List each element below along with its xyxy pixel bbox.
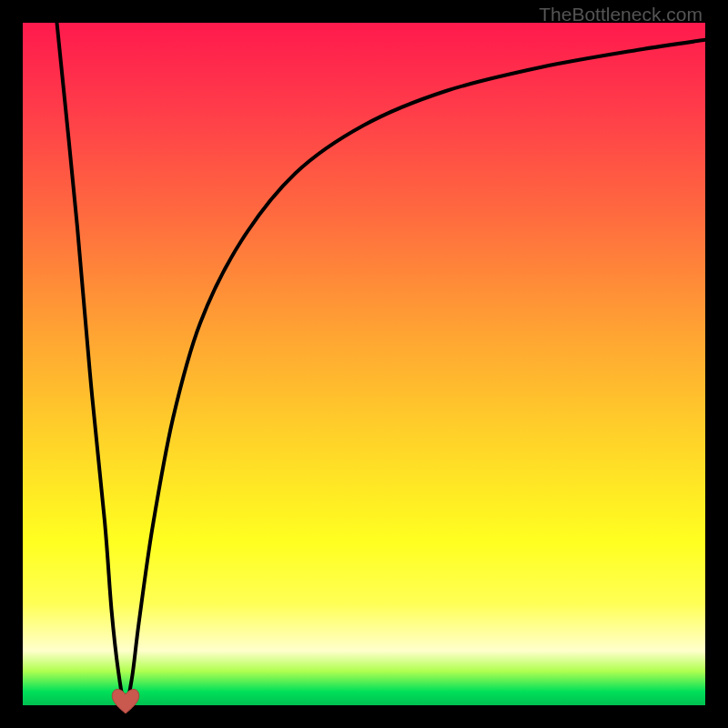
heart-icon	[110, 687, 141, 714]
plot-area	[23, 23, 705, 705]
curve-path	[57, 23, 706, 705]
chart-frame: TheBottleneck.com	[0, 0, 728, 728]
bottleneck-curve	[23, 23, 705, 705]
